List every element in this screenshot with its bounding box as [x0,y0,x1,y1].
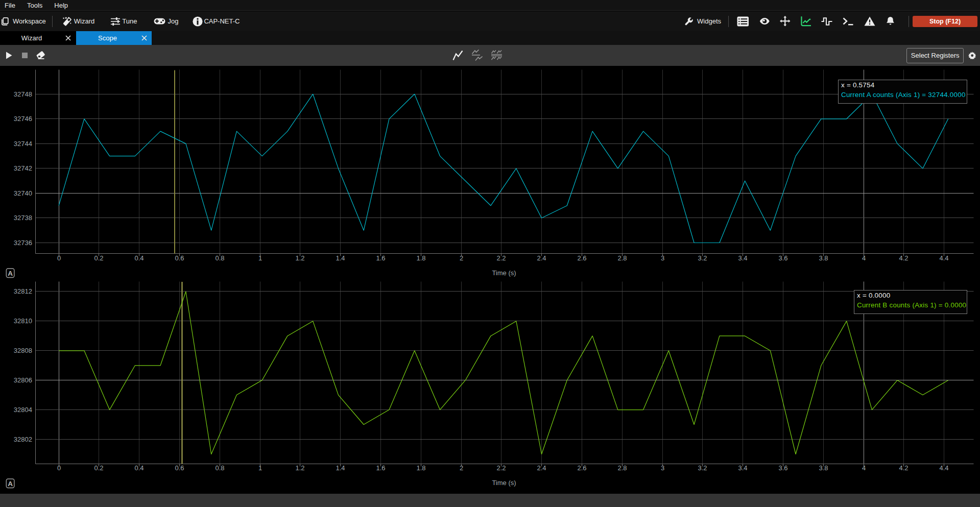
svg-text:2.2: 2.2 [496,254,506,262]
svg-text:2.4: 2.4 [537,254,546,262]
svg-text:32804: 32804 [14,406,32,414]
svg-text:1.2: 1.2 [295,464,304,472]
svg-text:Current A counts (Axis 1) = 32: Current A counts (Axis 1) = 32744.0000 [841,91,966,99]
svg-text:1.8: 1.8 [416,464,425,472]
svg-text:1.6: 1.6 [376,254,385,262]
svg-text:1.4: 1.4 [336,254,345,262]
svg-text:1: 1 [258,254,262,262]
svg-text:32812: 32812 [14,287,32,295]
svg-text:1.4: 1.4 [336,464,345,472]
svg-text:2.6: 2.6 [577,254,586,262]
svg-text:32736: 32736 [14,239,32,247]
svg-text:0: 0 [57,254,61,262]
svg-text:2.6: 2.6 [577,464,586,472]
svg-text:0.2: 0.2 [94,254,103,262]
svg-text:2: 2 [460,464,463,472]
svg-text:3.4: 3.4 [738,254,747,262]
svg-text:32738: 32738 [14,214,32,222]
svg-text:32746: 32746 [14,115,32,123]
svg-text:x = 0.5754: x = 0.5754 [841,81,875,89]
svg-text:1.8: 1.8 [416,254,425,262]
svg-text:3.2: 3.2 [698,464,707,472]
svg-text:0.6: 0.6 [175,254,184,262]
svg-text:32802: 32802 [14,436,32,443]
svg-text:3: 3 [661,254,664,262]
svg-text:4: 4 [862,464,866,472]
svg-text:4: 4 [862,254,866,262]
svg-text:4.4: 4.4 [939,464,948,472]
svg-text:0.2: 0.2 [94,464,103,472]
svg-text:2: 2 [460,254,463,262]
svg-text:32744: 32744 [14,140,32,148]
svg-text:32742: 32742 [14,164,32,172]
svg-text:0.8: 0.8 [215,464,224,472]
svg-text:32806: 32806 [14,376,32,384]
svg-text:1: 1 [258,464,262,472]
svg-text:1.2: 1.2 [295,254,304,262]
svg-text:0.4: 0.4 [134,254,144,262]
svg-text:3.6: 3.6 [778,254,787,262]
svg-text:A: A [8,480,13,488]
svg-text:2.8: 2.8 [617,254,627,262]
svg-text:0.6: 0.6 [175,464,184,472]
svg-text:4.2: 4.2 [899,464,908,472]
svg-text:4.2: 4.2 [899,254,908,262]
svg-text:3.2: 3.2 [698,254,707,262]
svg-text:0.8: 0.8 [215,254,224,262]
svg-text:1.6: 1.6 [376,464,385,472]
svg-text:3: 3 [661,464,664,472]
svg-text:Current B counts (Axis 1) = 0.: Current B counts (Axis 1) = 0.0000 [857,301,966,309]
svg-text:32748: 32748 [14,90,32,98]
svg-text:0.4: 0.4 [134,464,144,472]
svg-text:3.6: 3.6 [778,464,787,472]
svg-text:2.8: 2.8 [617,464,627,472]
svg-text:4.4: 4.4 [939,254,948,262]
svg-text:A: A [8,270,13,277]
svg-text:2.2: 2.2 [496,464,506,472]
svg-text:3.8: 3.8 [819,464,828,472]
svg-text:Time (s): Time (s) [492,269,516,277]
svg-text:32808: 32808 [14,347,32,354]
svg-text:Time (s): Time (s) [492,479,516,487]
svg-text:32810: 32810 [14,317,32,325]
svg-text:x = 0.0000: x = 0.0000 [857,292,890,299]
svg-text:3.8: 3.8 [819,254,828,262]
svg-text:0: 0 [57,464,61,472]
svg-text:3.4: 3.4 [738,464,747,472]
svg-text:32740: 32740 [14,189,32,197]
svg-text:2.4: 2.4 [537,464,546,472]
